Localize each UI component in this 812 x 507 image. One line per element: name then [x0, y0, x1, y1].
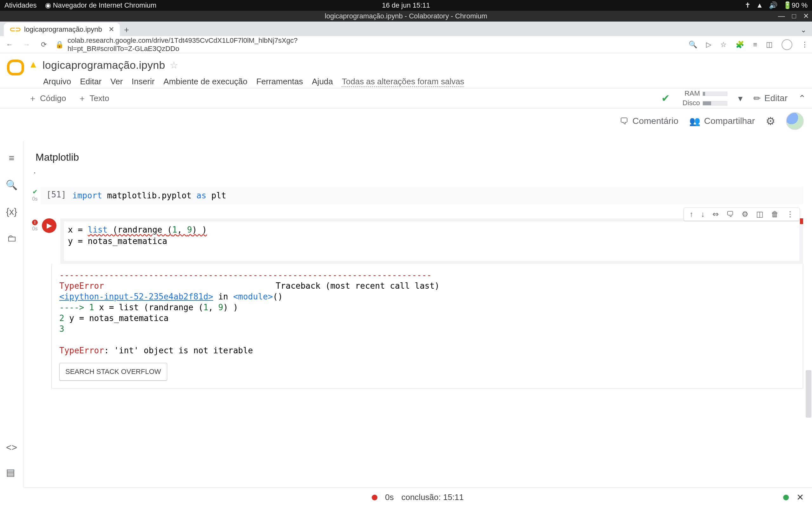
nav-back-button[interactable]: ←: [4, 41, 15, 49]
user-avatar[interactable]: [786, 112, 804, 130]
share-button[interactable]: 👥Compartilhar: [689, 116, 755, 126]
volume-icon[interactable]: 🔊: [769, 1, 777, 9]
nav-forward-button[interactable]: →: [21, 41, 32, 49]
window-maximize-button[interactable]: □: [792, 12, 796, 20]
colab-favicon-icon: ⊂⊃: [9, 25, 21, 34]
add-code-cell-button[interactable]: ＋Código: [29, 93, 66, 104]
link-cell-button[interactable]: ⇔: [712, 210, 719, 219]
drive-icon: [29, 61, 38, 69]
status-ok-dot: [783, 495, 789, 500]
traceback-divider: ----------------------------------------…: [59, 270, 797, 280]
cell-toolbar: ↑ ↓ ⇔ 🗨 ⚙ ◫ 🗑 ⋮: [683, 208, 800, 221]
menu-ajuda[interactable]: Ajuda: [312, 77, 333, 87]
chromium-icon: ◉: [45, 1, 53, 9]
people-icon: 👥: [689, 116, 700, 126]
zoom-icon[interactable]: 🔍: [689, 41, 697, 49]
cell-settings-button[interactable]: ⚙: [742, 210, 749, 219]
new-tab-button[interactable]: ＋: [120, 23, 133, 36]
disco-meter: [703, 101, 727, 106]
status-close-button[interactable]: ✕: [797, 492, 804, 503]
comment-icon: 🗨: [620, 116, 629, 126]
lock-icon[interactable]: 🔒: [55, 41, 64, 49]
plus-icon: ＋: [78, 93, 86, 104]
toc-icon[interactable]: ≡: [9, 153, 14, 164]
runtime-dropdown-button[interactable]: ▾: [738, 93, 743, 104]
edit-mode-button[interactable]: ✏Editar: [753, 93, 788, 104]
pencil-icon: ✏: [753, 93, 761, 104]
error-name: TypeError: [59, 281, 104, 291]
colab-logo-icon[interactable]: [7, 56, 24, 73]
urlbar[interactable]: colab.research.google.com/drive/1Tdt4935…: [67, 37, 347, 53]
tabstrip-dropdown-button[interactable]: ⌄: [801, 26, 808, 36]
search-stack-overflow-button[interactable]: SEARCH STACK OVERFLOW: [59, 363, 167, 381]
cell-duration: 0s: [32, 196, 38, 202]
cell-prompt: [51]: [46, 190, 68, 201]
resource-meter[interactable]: RAM Disco: [682, 89, 727, 107]
menu-ambiente[interactable]: Ambiente de execução: [163, 77, 247, 87]
menu-ferramentas[interactable]: Ferramentas: [256, 77, 303, 87]
window-close-button[interactable]: ✕: [803, 12, 809, 20]
nav-reload-button[interactable]: ⟳: [38, 41, 49, 49]
scrollbar-thumb[interactable]: [806, 370, 811, 418]
window-title: logicaprogramação.ipynb - Colaboratory -…: [325, 12, 487, 20]
battery-icon[interactable]: 🔋90 %: [783, 1, 808, 9]
send-icon[interactable]: ▷: [706, 41, 711, 49]
reading-list-icon[interactable]: ≡: [753, 41, 757, 49]
side-panel-icon[interactable]: ◫: [766, 41, 773, 49]
document-title[interactable]: logicaprogramação.ipynb: [43, 59, 165, 71]
clock-datetime[interactable]: 16 de jun 15:11: [382, 1, 430, 9]
ram-label: RAM: [684, 89, 700, 97]
status-duration: 0s: [385, 493, 394, 502]
star-button[interactable]: ☆: [170, 60, 178, 71]
error-name-final: TypeError: [59, 346, 104, 355]
cell-more-button[interactable]: ⋮: [786, 210, 794, 219]
move-down-button[interactable]: ↓: [701, 210, 705, 219]
collapse-section-button[interactable]: ⌃: [798, 93, 806, 104]
menu-inserir[interactable]: Inserir: [132, 77, 154, 87]
chrome-menu-button[interactable]: ⋮: [801, 41, 808, 49]
code-token: import: [72, 191, 102, 200]
profile-avatar-button[interactable]: [781, 39, 792, 50]
folded-cell-marker[interactable]: .: [34, 166, 803, 179]
cell-duration: 0s: [32, 226, 38, 232]
code-cell[interactable]: [51] import matplotlib.pyplot as plt: [41, 187, 803, 205]
variables-icon[interactable]: {x}: [6, 206, 17, 217]
run-cell-button[interactable]: [42, 218, 56, 233]
battery-percent: 90 %: [792, 1, 808, 9]
code-snippets-icon[interactable]: <>: [6, 442, 17, 453]
menu-arquivo[interactable]: Arquivo: [43, 77, 71, 87]
mirror-cell-button[interactable]: ◫: [756, 210, 763, 219]
cell-error-icon: !: [32, 220, 38, 225]
move-up-button[interactable]: ↑: [690, 210, 693, 219]
comment-button[interactable]: 🗨Comentário: [620, 116, 678, 126]
menu-ver[interactable]: Ver: [110, 77, 123, 87]
browser-tab-active[interactable]: ⊂⊃ logicaprogramação.ipynb ✕: [4, 23, 120, 36]
status-completion: conclusão: 15:11: [401, 493, 464, 502]
traceback-label: Traceback (most recent call last): [275, 281, 440, 291]
code-cell-active[interactable]: x = list (randrange (1, 9) ) y = notas_m…: [60, 218, 803, 264]
terminal-icon[interactable]: ▤: [6, 467, 17, 478]
network-icon[interactable]: ▲: [756, 1, 763, 9]
section-header[interactable]: Matplotlib: [36, 152, 803, 163]
settings-gear-icon[interactable]: ⚙: [766, 115, 775, 127]
search-icon[interactable]: 🔍: [6, 179, 17, 190]
comment-cell-button[interactable]: 🗨: [726, 210, 734, 219]
activities-button[interactable]: Atividades: [4, 1, 37, 9]
cell-success-icon: ✔: [32, 188, 38, 195]
files-icon[interactable]: 🗀: [7, 233, 16, 244]
tab-title: logicaprogramação.ipynb: [24, 25, 102, 34]
window-minimize-button[interactable]: —: [778, 12, 785, 20]
minimap-error-marker: [800, 218, 803, 224]
accessibility-icon[interactable]: ✝: [745, 1, 751, 9]
plus-icon: ＋: [29, 93, 37, 104]
menu-editar[interactable]: Editar: [80, 77, 101, 87]
tab-close-button[interactable]: ✕: [108, 25, 114, 34]
bookmark-icon[interactable]: ☆: [720, 41, 727, 49]
delete-cell-button[interactable]: 🗑: [771, 210, 779, 219]
add-text-cell-button[interactable]: ＋Texto: [78, 93, 109, 104]
app-menu-label[interactable]: ◉ Navegador de Internet Chromium: [45, 1, 157, 9]
ram-meter: [703, 92, 727, 96]
traceback-frame-link[interactable]: <ipython-input-52-235e4ab2f81d>: [59, 292, 213, 301]
connected-check-icon: ✔: [661, 92, 670, 104]
extensions-icon[interactable]: 🧩: [735, 41, 744, 49]
